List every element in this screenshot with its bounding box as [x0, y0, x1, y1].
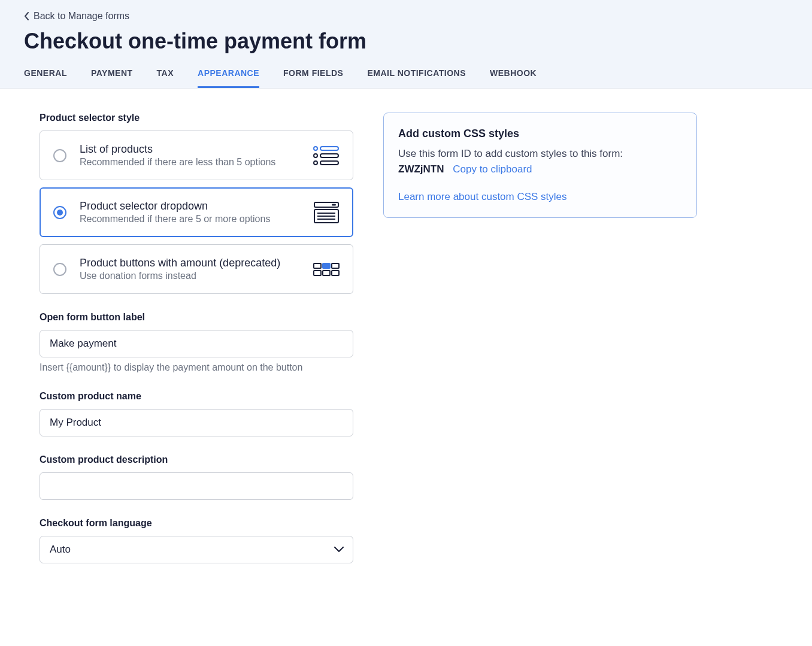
language-select[interactable]	[40, 536, 353, 563]
button-label-helper: Insert {{amount}} to display the payment…	[40, 362, 353, 373]
tab-payment[interactable]: PAYMENT	[91, 68, 133, 88]
grid-icon	[313, 263, 340, 276]
copy-to-clipboard-link[interactable]: Copy to clipboard	[453, 163, 532, 175]
product-name-label: Custom product name	[40, 391, 353, 402]
language-label: Checkout form language	[40, 518, 353, 529]
tab-form-fields[interactable]: FORM FIELDS	[283, 68, 343, 88]
product-name-input[interactable]	[40, 409, 353, 436]
svg-point-4	[314, 161, 317, 165]
tab-email-notifications[interactable]: EMAIL NOTIFICATIONS	[367, 68, 466, 88]
option-sub: Recommended if there are less than 5 opt…	[80, 157, 300, 168]
option-title: Product buttons with amount (deprecated)	[80, 257, 300, 269]
svg-rect-7	[332, 204, 336, 205]
learn-more-link[interactable]: Learn more about custom CSS styles	[398, 191, 567, 203]
dropdown-icon	[313, 202, 340, 223]
selector-option-dropdown[interactable]: Product selector dropdown Recommended if…	[40, 187, 353, 237]
chevron-left-icon	[24, 12, 30, 20]
option-sub: Use donation forms instead	[80, 271, 300, 281]
css-card-title: Add custom CSS styles	[398, 128, 682, 140]
svg-rect-14	[332, 263, 339, 268]
svg-rect-16	[323, 271, 330, 275]
product-desc-input[interactable]	[40, 472, 353, 500]
svg-rect-3	[320, 154, 338, 157]
tab-appearance[interactable]: APPEARANCE	[198, 68, 259, 88]
tab-webhook[interactable]: WEBHOOK	[490, 68, 537, 88]
selector-option-list[interactable]: List of products Recommended if there ar…	[40, 131, 353, 180]
option-sub: Recommended if there are 5 or more optio…	[80, 214, 300, 225]
radio-icon	[53, 263, 66, 276]
back-link[interactable]: Back to Manage forms	[24, 11, 129, 22]
svg-rect-1	[320, 147, 338, 150]
css-card-body: Use this form ID to add custom styles to…	[398, 148, 623, 159]
radio-icon	[53, 206, 66, 219]
button-label-input[interactable]	[40, 330, 353, 357]
back-link-label: Back to Manage forms	[34, 11, 129, 22]
list-icon	[313, 145, 340, 166]
button-label-label: Open form button label	[40, 312, 353, 323]
option-title: Product selector dropdown	[80, 200, 300, 213]
page-title: Checkout one-time payment form	[24, 29, 788, 54]
selector-option-buttons[interactable]: Product buttons with amount (deprecated)…	[40, 244, 353, 294]
svg-rect-5	[320, 161, 338, 165]
tabs: GENERAL PAYMENT TAX APPEARANCE FORM FIEL…	[24, 68, 788, 88]
svg-rect-17	[332, 271, 339, 275]
radio-icon	[53, 149, 66, 162]
svg-point-0	[314, 147, 317, 150]
svg-rect-12	[314, 263, 321, 268]
css-info-card: Add custom CSS styles Use this form ID t…	[383, 113, 697, 218]
option-title: List of products	[80, 143, 300, 156]
svg-point-2	[314, 154, 317, 157]
tab-tax[interactable]: TAX	[157, 68, 174, 88]
product-desc-label: Custom product description	[40, 454, 353, 465]
svg-rect-13	[323, 263, 330, 268]
form-id-value: ZWZjNTN	[398, 163, 444, 175]
selector-style-label: Product selector style	[40, 113, 353, 123]
tab-general[interactable]: GENERAL	[24, 68, 67, 88]
svg-rect-15	[314, 271, 321, 275]
